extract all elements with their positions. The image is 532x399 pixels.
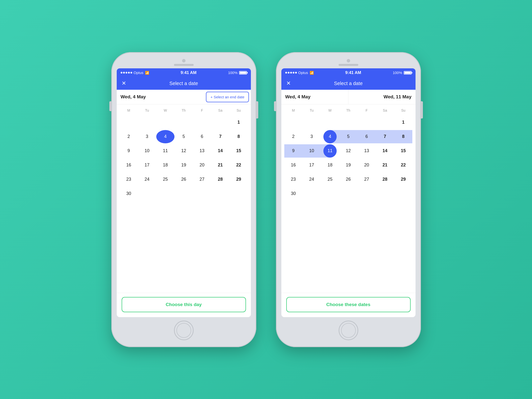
start-date-display-1: Wed, 4 May <box>117 90 204 104</box>
cal-day-r26[interactable]: 26 <box>342 173 355 186</box>
cal-day-r10[interactable]: 10 <box>305 144 318 158</box>
cal-day-21[interactable]: 21 <box>211 159 230 172</box>
cal-day-r9[interactable]: 9 <box>287 144 300 158</box>
wd-w-1: W <box>156 107 175 114</box>
wd-tu-1: Tu <box>138 107 156 114</box>
cal-day-2[interactable]: 2 <box>120 130 138 143</box>
close-button-2[interactable]: ✕ <box>286 80 291 87</box>
cal-empty <box>230 187 248 200</box>
cal-empty <box>193 187 211 200</box>
wd-su-1: Su <box>230 107 248 114</box>
cal-day-11[interactable]: 11 <box>156 144 175 158</box>
close-button-1[interactable]: ✕ <box>122 80 126 87</box>
battery-pct-2: 100% <box>393 71 402 75</box>
cal-day-r12[interactable]: 12 <box>342 144 355 158</box>
cal-day-12[interactable]: 12 <box>174 144 193 158</box>
cal-day-20[interactable]: 20 <box>193 159 211 172</box>
cal-day-16[interactable]: 16 <box>120 159 138 172</box>
wifi-icon-1: 📶 <box>145 71 149 75</box>
cal-day-13[interactable]: 13 <box>193 144 211 158</box>
battery-icon-2 <box>404 71 412 74</box>
cal-empty <box>174 187 193 200</box>
cal-day-r4[interactable]: 4 <box>323 130 337 143</box>
home-button-1[interactable] <box>174 321 194 340</box>
cal-day-24[interactable]: 24 <box>138 173 156 186</box>
phone-range: Optus 📶 9:41 AM 100% ✕ Select a date Wed… <box>276 52 421 347</box>
app-header-1: ✕ Select a date <box>117 77 251 90</box>
status-left-2: Optus 📶 <box>285 71 314 75</box>
cal-day-r2[interactable]: 2 <box>287 130 300 143</box>
wd-th-2: Th <box>339 107 358 114</box>
phone-top-1 <box>117 59 251 66</box>
battery-icon-1 <box>239 71 247 74</box>
camera-dot-1 <box>182 59 186 62</box>
cal-day-25[interactable]: 25 <box>156 173 175 186</box>
cal-day-3[interactable]: 3 <box>138 130 156 143</box>
wd-w-2: W <box>321 107 339 114</box>
cal-day-r22[interactable]: 22 <box>397 159 410 172</box>
cal-day-r20[interactable]: 20 <box>360 159 373 172</box>
home-button-2[interactable] <box>339 321 358 340</box>
cal-day-r29[interactable]: 29 <box>397 173 410 186</box>
cal-day-18[interactable]: 18 <box>156 159 175 172</box>
cal-grid-single: 1 2 3 4 5 6 7 8 9 10 11 12 13 14 15 16 1… <box>120 116 248 200</box>
select-end-date-btn[interactable]: + Select an end date <box>206 92 249 102</box>
cal-day-r16[interactable]: 16 <box>287 159 300 172</box>
cal-day-4[interactable]: 4 <box>156 130 175 143</box>
cal-day-r27[interactable]: 27 <box>360 173 373 186</box>
cal-day-6[interactable]: 6 <box>193 130 211 143</box>
cal-day-29[interactable]: 29 <box>230 173 248 186</box>
cal-day-r6[interactable]: 6 <box>360 130 373 143</box>
cal-day-17[interactable]: 17 <box>138 159 156 172</box>
status-bar-1: Optus 📶 9:41 AM 100% <box>117 68 251 77</box>
cal-day-30[interactable]: 30 <box>120 187 138 200</box>
cal-day-r11[interactable]: 11 <box>323 144 337 158</box>
cal-day-28[interactable]: 28 <box>211 173 230 186</box>
cal-day-r28[interactable]: 28 <box>378 173 392 186</box>
cal-day-9[interactable]: 9 <box>120 144 138 158</box>
cal-day-r23[interactable]: 23 <box>287 173 300 186</box>
cal-empty <box>138 187 156 200</box>
cal-empty <box>120 116 138 129</box>
wd-sa-1: Sa <box>211 107 230 114</box>
cal-day-r3[interactable]: 3 <box>305 130 318 143</box>
cal-day-r17[interactable]: 17 <box>305 159 318 172</box>
cal-day-23[interactable]: 23 <box>120 173 138 186</box>
cal-day-26[interactable]: 26 <box>174 173 193 186</box>
cal-day-r5[interactable]: 5 <box>342 130 355 143</box>
cal-day-r13[interactable]: 13 <box>360 144 373 158</box>
cal-day-r15[interactable]: 15 <box>397 144 410 158</box>
cal-grid-range: 1 2 3 4 5 6 7 8 9 10 11 12 13 14 15 16 1… <box>284 116 413 200</box>
bottom-section-1: Choose this day <box>117 293 251 317</box>
choose-day-btn[interactable]: Choose this day <box>122 297 246 312</box>
choose-dates-btn[interactable]: Choose these dates <box>286 297 411 312</box>
weekday-headers-1: M Tu W Th F Sa Su <box>120 107 248 114</box>
wifi-icon-2: 📶 <box>310 71 314 75</box>
cal-day-r25[interactable]: 25 <box>323 173 337 186</box>
cal-day-1[interactable]: 1 <box>230 116 248 129</box>
wd-m-1: M <box>120 107 138 114</box>
cal-day-15[interactable]: 15 <box>230 144 248 158</box>
cal-day-14[interactable]: 14 <box>211 144 230 158</box>
wd-f-2: F <box>358 107 376 114</box>
cal-day-5[interactable]: 5 <box>174 130 193 143</box>
cal-day-r8[interactable]: 8 <box>397 130 410 143</box>
cal-day-19[interactable]: 19 <box>174 159 193 172</box>
cal-day-10[interactable]: 10 <box>138 144 156 158</box>
cal-day-r21[interactable]: 21 <box>378 159 392 172</box>
cal-day-r18[interactable]: 18 <box>323 159 337 172</box>
cal-day-7[interactable]: 7 <box>211 130 230 143</box>
cal-day-8[interactable]: 8 <box>230 130 248 143</box>
cal-day-27[interactable]: 27 <box>193 173 211 186</box>
status-time-2: 9:41 AM <box>345 70 361 75</box>
wd-m-2: M <box>284 107 303 114</box>
cal-day-22[interactable]: 22 <box>230 159 248 172</box>
start-date-display-2: Wed, 4 May <box>281 90 348 104</box>
cal-day-r1[interactable]: 1 <box>397 116 410 129</box>
cal-day-r7[interactable]: 7 <box>378 130 392 143</box>
cal-day-r24[interactable]: 24 <box>305 173 318 186</box>
cal-day-r19[interactable]: 19 <box>342 159 355 172</box>
screen-single: Optus 📶 9:41 AM 100% ✕ Select a date Wed… <box>117 68 251 317</box>
cal-day-r14[interactable]: 14 <box>378 144 392 158</box>
cal-day-r30[interactable]: 30 <box>287 187 300 200</box>
